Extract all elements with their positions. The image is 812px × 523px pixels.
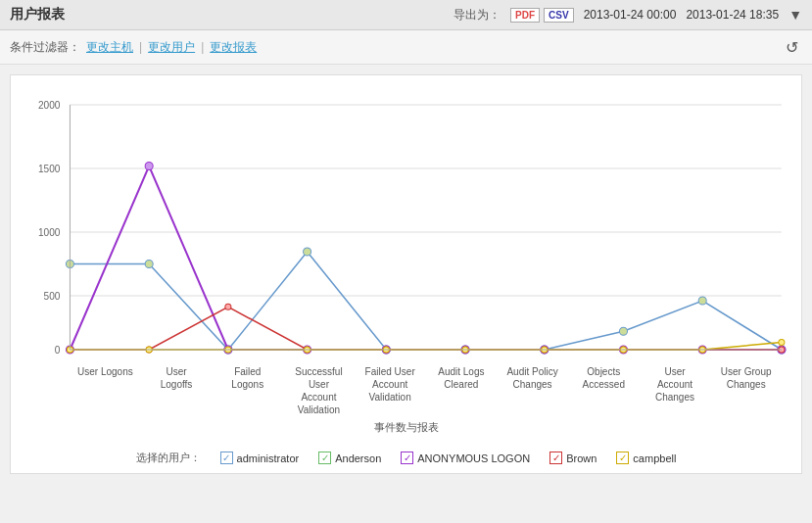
svg-point-11 <box>145 261 153 268</box>
svg-text:0: 0 <box>55 345 61 356</box>
svg-text:1500: 1500 <box>38 164 61 174</box>
datetime-to: 2013-01-24 18:35 <box>686 8 779 22</box>
legend-label-anonymous: ANONYMOUS LOGON <box>417 452 530 464</box>
x-label-8: ObjectsAccessed <box>568 365 640 416</box>
legend-item-anderson: Anderson <box>318 451 381 465</box>
legend-item-administrator: administrator <box>220 451 300 465</box>
legend-item-brown: Brown <box>549 451 597 465</box>
legend-checkbox-anderson[interactable] <box>318 452 331 464</box>
x-label-7: Audit PolicyChanges <box>497 365 568 416</box>
datetime-dropdown-icon[interactable]: ▼ <box>788 7 802 23</box>
chart-container: 2000 1500 1000 500 0 <box>10 74 802 474</box>
svg-text:1000: 1000 <box>38 227 61 238</box>
legend-checkbox-anonymous[interactable] <box>401 452 413 464</box>
legend-label-brown: Brown <box>566 452 597 464</box>
x-label-1: User Logons <box>70 365 141 416</box>
x-label-3: FailedLogons <box>212 365 283 416</box>
chart-svg: 2000 1500 1000 500 0 <box>21 85 791 369</box>
filter-sep-2: | <box>201 40 204 54</box>
export-csv-button[interactable]: CSV <box>544 8 574 23</box>
header-right: 导出为： PDF CSV 2013-01-24 00:00 2013-01-24… <box>454 7 802 24</box>
filter-label: 条件过滤器： <box>10 39 80 56</box>
legend: 选择的用户： administrator Anderson ANONYMOUS … <box>21 443 791 473</box>
filter-report-link[interactable]: 更改报表 <box>210 39 257 56</box>
filter-bar: 条件过滤器： 更改主机 | 更改用户 | 更改报表 ↺ <box>0 30 812 65</box>
export-pdf-button[interactable]: PDF <box>510 8 540 23</box>
legend-label-campbell: campbell <box>633 452 676 464</box>
x-label-9: UserAccountChanges <box>640 365 711 416</box>
datetime-from: 2013-01-24 00:00 <box>584 8 677 22</box>
chart-x-title: 事件数与报表 <box>21 416 791 443</box>
svg-text:2000: 2000 <box>38 100 61 111</box>
x-label-6: Audit LogsCleared <box>426 365 498 416</box>
svg-text:500: 500 <box>44 291 61 302</box>
selected-users-label: 选择的用户： <box>136 451 201 465</box>
page-title: 用户报表 <box>10 6 65 24</box>
filter-host-link[interactable]: 更改主机 <box>86 39 133 56</box>
refresh-icon[interactable]: ↺ <box>781 36 802 58</box>
legend-item-campbell: campbell <box>616 451 676 465</box>
export-icons: PDF CSV <box>510 8 574 23</box>
page-header: 用户报表 导出为： PDF CSV 2013-01-24 00:00 2013-… <box>0 0 812 30</box>
x-label-2: UserLogoffs <box>141 365 213 416</box>
filter-user-link[interactable]: 更改用户 <box>148 39 195 56</box>
legend-item-anonymous: ANONYMOUS LOGON <box>401 451 530 465</box>
svg-point-21 <box>145 163 153 170</box>
x-label-4: SuccessfulUserAccountValidation <box>283 365 355 416</box>
chart-area: 2000 1500 1000 500 0 <box>21 85 791 369</box>
export-label: 导出为： <box>454 7 501 24</box>
x-axis-labels: User Logons UserLogoffs FailedLogons Suc… <box>21 365 791 416</box>
filter-sep-1: | <box>139 40 142 54</box>
legend-checkbox-brown[interactable] <box>549 452 562 464</box>
x-label-10: User GroupChanges <box>710 365 782 416</box>
legend-label-administrator: administrator <box>237 452 300 464</box>
svg-point-13 <box>304 248 311 256</box>
filter-bar-right: ↺ <box>781 36 802 58</box>
legend-checkbox-administrator[interactable] <box>220 452 233 464</box>
svg-point-17 <box>619 327 627 335</box>
x-label-5: Failed UserAccountValidation <box>355 365 426 416</box>
svg-point-49 <box>779 340 785 346</box>
svg-point-32 <box>225 304 231 309</box>
svg-point-18 <box>698 297 706 305</box>
legend-checkbox-campbell[interactable] <box>616 452 629 464</box>
legend-label-anderson: Anderson <box>335 452 381 464</box>
